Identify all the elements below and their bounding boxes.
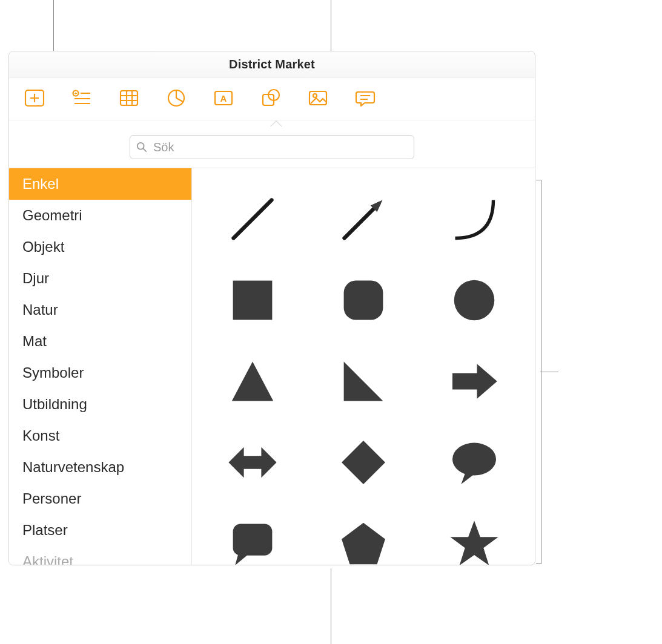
category-label: Konst	[22, 427, 59, 444]
comment-button[interactable]	[352, 86, 379, 113]
category-list: Enkel Geometri Objekt Djur Natur Mat Sym…	[9, 168, 192, 565]
category-djur[interactable]: Djur	[9, 263, 191, 294]
category-platser[interactable]: Platser	[9, 514, 191, 546]
category-label: Djur	[22, 270, 49, 287]
shape-line[interactable]	[222, 189, 283, 249]
media-button[interactable]	[305, 86, 331, 113]
toolbar: + A	[9, 78, 535, 120]
svg-marker-41	[342, 523, 385, 564]
search-input[interactable]	[152, 140, 408, 155]
svg-point-31	[454, 280, 495, 321]
svg-marker-32	[231, 362, 273, 401]
svg-point-24	[137, 143, 144, 150]
category-label: Geometri	[22, 207, 82, 224]
callout-line	[540, 372, 558, 372]
shape-speech-oval[interactable]	[444, 432, 505, 493]
svg-point-21	[313, 94, 317, 97]
shape-speech-rect[interactable]	[222, 513, 283, 565]
category-utbildning[interactable]: Utbildning	[9, 389, 191, 420]
svg-marker-35	[228, 447, 276, 478]
chart-icon	[165, 87, 187, 111]
category-natur[interactable]: Natur	[9, 294, 191, 326]
media-icon	[307, 87, 329, 111]
chart-button[interactable]	[163, 86, 190, 113]
titlebar: District Market	[9, 51, 535, 78]
svg-line-25	[144, 149, 147, 152]
category-label: Symboler	[22, 364, 84, 381]
search-icon	[136, 142, 147, 153]
category-label: Personer	[22, 490, 81, 507]
svg-marker-36	[342, 441, 385, 484]
shape-square[interactable]	[222, 270, 283, 330]
category-label: Naturvetenskap	[22, 459, 124, 476]
table-icon	[118, 87, 140, 111]
shape-arrow-right-block[interactable]	[444, 351, 505, 412]
category-aktivitet[interactable]: Aktivitet	[9, 546, 191, 565]
category-enkel[interactable]: Enkel	[9, 168, 191, 200]
shapes-popover: Enkel Geometri Objekt Djur Natur Mat Sym…	[9, 126, 535, 565]
category-label: Mat	[22, 333, 47, 350]
category-objekt[interactable]: Objekt	[9, 231, 191, 263]
shape-icon	[260, 87, 282, 111]
svg-marker-33	[344, 362, 383, 401]
svg-marker-42	[451, 521, 498, 565]
shape-right-triangle[interactable]	[333, 351, 394, 412]
lists-button[interactable]: +	[68, 86, 95, 113]
shape-grid	[192, 168, 535, 565]
shape-double-arrow[interactable]	[222, 432, 283, 493]
shape-arrow[interactable]	[333, 189, 394, 249]
textbox-button[interactable]: A	[210, 86, 237, 113]
comment-icon	[354, 87, 376, 111]
category-symboler[interactable]: Symboler	[9, 357, 191, 389]
shape-diamond[interactable]	[333, 432, 394, 493]
svg-text:A: A	[220, 93, 227, 104]
svg-line-27	[344, 204, 379, 238]
shape-circle[interactable]	[444, 270, 505, 330]
svg-rect-30	[344, 281, 383, 320]
svg-rect-8	[121, 91, 137, 105]
category-mat[interactable]: Mat	[9, 326, 191, 357]
svg-line-15	[176, 98, 183, 102]
app-window: District Market +	[8, 51, 535, 565]
category-label: Utbildning	[22, 396, 87, 413]
search-row	[9, 126, 535, 168]
category-naturvetenskap[interactable]: Naturvetenskap	[9, 452, 191, 483]
shape-star[interactable]	[444, 513, 505, 565]
category-label: Enkel	[22, 176, 59, 192]
shape-rounded-square[interactable]	[333, 270, 394, 330]
shape-triangle[interactable]	[222, 351, 283, 412]
list-icon: +	[71, 87, 93, 111]
category-label: Natur	[22, 301, 58, 318]
window-title: District Market	[229, 58, 315, 71]
svg-point-37	[452, 443, 496, 476]
textbox-icon: A	[213, 87, 234, 111]
svg-marker-40	[235, 553, 248, 565]
shape-curve[interactable]	[444, 189, 505, 249]
popover-arrow	[270, 120, 283, 126]
svg-marker-38	[462, 472, 475, 484]
svg-rect-39	[233, 524, 272, 556]
svg-marker-34	[452, 364, 497, 399]
plus-icon	[24, 87, 45, 111]
category-konst[interactable]: Konst	[9, 420, 191, 452]
category-label: Platser	[22, 522, 68, 539]
svg-text:+: +	[74, 91, 78, 96]
search-box[interactable]	[130, 135, 414, 159]
table-button[interactable]	[116, 86, 142, 113]
category-label: Aktivitet	[22, 553, 73, 565]
category-geometri[interactable]: Geometri	[9, 200, 191, 231]
callout-line	[331, 568, 331, 644]
add-button[interactable]	[21, 86, 48, 113]
category-personer[interactable]: Personer	[9, 483, 191, 514]
category-label: Objekt	[22, 238, 64, 255]
svg-rect-29	[233, 281, 272, 320]
shape-pentagon[interactable]	[333, 513, 394, 565]
svg-line-26	[233, 200, 271, 238]
shape-button[interactable]	[257, 86, 284, 113]
